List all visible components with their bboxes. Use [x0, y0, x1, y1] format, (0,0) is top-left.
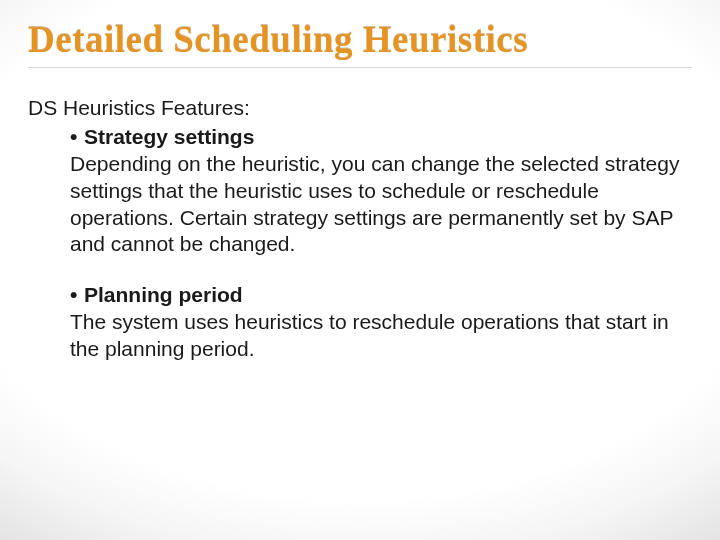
- bullet-planning-period: •Planning period: [70, 282, 692, 309]
- section-gap: [28, 258, 692, 282]
- slide: Detailed Scheduling Heuristics DS Heuris…: [0, 0, 720, 540]
- heading-strategy-settings: Strategy settings: [84, 125, 254, 148]
- body-strategy-settings: Depending on the heuristic, you can chan…: [70, 151, 692, 259]
- slide-content: DS Heuristics Features: •Strategy settin…: [28, 95, 692, 363]
- bullet-icon: •: [70, 124, 84, 151]
- title-divider: [28, 67, 692, 69]
- heading-planning-period: Planning period: [84, 283, 243, 306]
- bullet-icon: •: [70, 282, 84, 309]
- section-planning-period: •Planning period The system uses heurist…: [70, 282, 692, 363]
- section-strategy-settings: •Strategy settings Depending on the heur…: [70, 124, 692, 258]
- bullet-strategy-settings: •Strategy settings: [70, 124, 692, 151]
- features-subhead: DS Heuristics Features:: [28, 95, 692, 122]
- slide-title: Detailed Scheduling Heuristics: [28, 18, 692, 61]
- body-planning-period: The system uses heuristics to reschedule…: [70, 309, 692, 363]
